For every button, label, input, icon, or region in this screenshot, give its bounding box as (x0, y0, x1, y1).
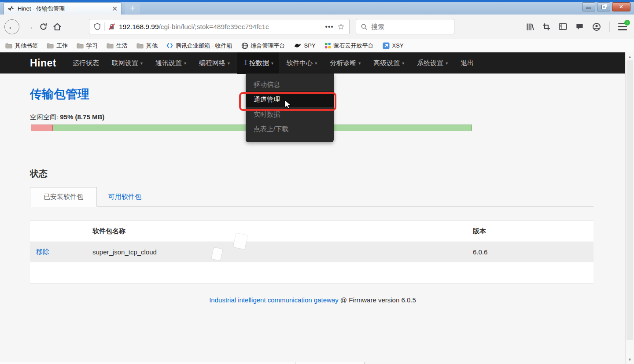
bookmark-folder-study[interactable]: 学习 (77, 42, 98, 50)
bookmark-management-platform[interactable]: 综合管理平台 (241, 42, 285, 50)
package-table: 软件包名称 版本 移除 super_json_tcp_cloud 6.0.6 (30, 221, 593, 262)
bookmarks-bar: 其他书签 工作 学习 生活 其他 腾讯企业邮箱 - 收件箱 综合管理平台 SPY… (0, 39, 634, 52)
account-icon[interactable] (592, 22, 601, 31)
tab-available-packages[interactable]: 可用软件包 (97, 188, 153, 206)
menu-running-status[interactable]: 运行状态 (73, 59, 99, 67)
package-version-cell: 6.0.6 (473, 242, 593, 262)
site-navbar: Hinet 运行状态 联网设置▾ 通讯设置▾ 编程网络▾ 工控数据▾ 软件中心▾… (0, 52, 625, 74)
ezviz-icon (324, 42, 331, 49)
page-footer: Industrial intelligent communication gat… (0, 296, 625, 304)
urlbar-divider (104, 22, 105, 31)
menu-logout[interactable]: 退出 (461, 59, 474, 67)
bookmark-folder-work[interactable]: 工作 (47, 42, 68, 50)
messages-icon[interactable] (575, 22, 584, 31)
menu-system-settings[interactable]: 系统设置▾ (417, 59, 448, 67)
chevron-down-icon: ▾ (228, 61, 230, 66)
site-menu: 运行状态 联网设置▾ 通讯设置▾ 编程网络▾ 工控数据▾ 软件中心▾ 分析诊断▾… (73, 59, 474, 67)
bookmark-folder-other-bookmarks[interactable]: 其他书签 (5, 42, 38, 50)
scroll-up-icon[interactable]: ▲ (626, 55, 634, 59)
table-row: 移除 super_json_tcp_cloud 6.0.6 (30, 242, 593, 262)
table-header-row: 软件包名称 版本 (30, 221, 593, 242)
chevron-down-icon: ▾ (315, 61, 317, 66)
column-version: 版本 (473, 221, 593, 242)
page-actions-icon[interactable]: ••• (325, 23, 334, 31)
window-accent-line (0, 0, 634, 2)
free-space-value: 95% (8.75 MB) (60, 113, 104, 121)
browser-tab[interactable]: Hinet - 传输包管理 ✕ (4, 2, 122, 15)
page-viewport: Hinet 运行状态 联网设置▾ 通讯设置▾ 编程网络▾ 工控数据▾ 软件中心▾… (0, 52, 625, 364)
close-icon: ✕ (619, 4, 624, 10)
chevron-down-icon: ▾ (446, 61, 448, 66)
bookmark-star-icon[interactable]: ☆ (337, 22, 345, 32)
bookmark-spy[interactable]: SPY (294, 42, 316, 49)
url-text[interactable]: 192.168.9.99/cgi-bin/luci/;stok=489fe39e… (119, 23, 321, 31)
menu-comm-settings[interactable]: 通讯设置▾ (155, 59, 186, 67)
sidebar-icon[interactable] (559, 22, 567, 31)
bookmark-folder-misc[interactable]: 其他 (136, 42, 158, 50)
gateway-link[interactable]: Industrial intelligent communication gat… (209, 296, 339, 304)
url-bar[interactable]: 192.168.9.99/cgi-bin/luci/;stok=489fe39e… (89, 19, 350, 34)
dropdown-item-point-table[interactable]: 点表上/下载 (246, 121, 334, 136)
window-titlebar: Hinet - 传输包管理 ✕ + ✕ (0, 0, 634, 15)
menu-analysis-diagnosis[interactable]: 分析诊断▾ (330, 59, 361, 67)
restore-button[interactable] (597, 2, 610, 11)
tencent-mail-icon (166, 42, 173, 49)
firmware-version-text: @ Firmware version 6.0.5 (339, 296, 416, 304)
back-button[interactable]: ← (4, 19, 19, 34)
remove-link[interactable]: 移除 (36, 248, 49, 255)
storage-used-segment (31, 125, 53, 131)
search-icon (361, 23, 368, 30)
spy-icon (294, 43, 302, 48)
tab-close-icon[interactable]: ✕ (112, 5, 118, 12)
tab-title: Hinet - 传输包管理 (18, 5, 108, 13)
chevron-down-icon: ▾ (402, 61, 404, 66)
vertical-scrollbar[interactable]: ▲ ▼ (625, 52, 634, 364)
status-section-title: 状态 (30, 168, 625, 180)
scrollbar-thumb[interactable] (627, 60, 633, 340)
refresh-button[interactable] (36, 22, 50, 31)
browser-toolbar: ← → 192.168.9.99/cgi-bin/luci/;stok=489f… (0, 15, 634, 39)
table-footer-spacer (30, 262, 593, 283)
dropdown-item-driver-info[interactable]: 驱动信息 (246, 77, 334, 92)
bookmark-ezviz[interactable]: 萤石云开放平台 (324, 42, 374, 50)
menu-industrial-data[interactable]: 工控数据▾ (243, 59, 273, 67)
search-input[interactable] (371, 23, 437, 30)
package-tabs: 已安装软件包 可用软件包 (30, 188, 593, 207)
chevron-down-icon: ▾ (140, 61, 143, 66)
scroll-down-icon[interactable]: ▼ (626, 357, 634, 362)
menu-icon[interactable]: ↑ (618, 23, 627, 30)
menu-software-center[interactable]: 软件中心▾ (286, 59, 317, 67)
bookmark-xsy[interactable]: XSY (383, 42, 404, 49)
library-icon[interactable] (526, 22, 534, 31)
favicon-icon (7, 5, 14, 12)
close-button[interactable]: ✕ (612, 2, 630, 11)
tab-installed-packages[interactable]: 已安装软件包 (30, 187, 97, 207)
menu-programming-network[interactable]: 编程网络▾ (199, 59, 230, 67)
toolbar-divider (609, 22, 610, 32)
bookmark-folder-life[interactable]: 生活 (107, 42, 128, 50)
package-table-container: 软件包名称 版本 移除 super_json_tcp_cloud 6.0.6 (30, 221, 593, 283)
chevron-down-icon: ▾ (358, 61, 361, 66)
bookmark-tencent-mail[interactable]: 腾讯企业邮箱 - 收件箱 (166, 42, 232, 50)
tracking-shield-icon[interactable] (94, 23, 101, 30)
update-badge-icon: ↑ (624, 20, 630, 26)
restore-icon (602, 5, 606, 9)
minimize-icon (586, 7, 591, 9)
new-tab-button[interactable]: + (125, 4, 140, 14)
search-bar[interactable] (356, 19, 454, 34)
package-name-cell: super_json_tcp_cloud (92, 242, 473, 262)
screenshot-icon[interactable] (542, 23, 550, 31)
menu-advanced-settings[interactable]: 高级设置▾ (373, 59, 404, 67)
status-strip (0, 362, 365, 364)
chevron-down-icon: ▾ (184, 61, 186, 66)
column-package-name: 软件包名称 (92, 221, 473, 242)
forward-button: → (23, 22, 36, 32)
menu-network-settings[interactable]: 联网设置▾ (112, 59, 143, 67)
site-logo[interactable]: Hinet (30, 57, 56, 69)
globe-icon (241, 42, 248, 49)
home-button[interactable] (50, 22, 64, 31)
minimize-button[interactable] (582, 2, 595, 11)
url-host: 192.168.9.99 (119, 23, 159, 30)
xsy-icon (383, 42, 390, 49)
insecure-lock-icon[interactable] (108, 23, 115, 30)
